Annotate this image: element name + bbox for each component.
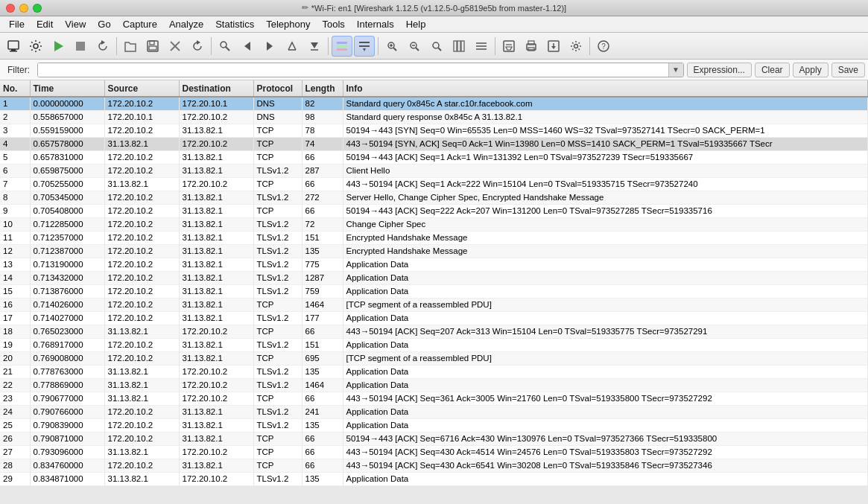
table-row[interactable]: 110.712357000172.20.10.231.13.82.1TLSv1.… bbox=[0, 231, 868, 244]
clear-filter-button[interactable]: Clear bbox=[755, 63, 790, 77]
menu-statistics[interactable]: Statistics bbox=[209, 17, 260, 31]
open-btn[interactable] bbox=[120, 36, 141, 57]
table-row[interactable]: 120.712387000172.20.10.231.13.82.1TLSv1.… bbox=[0, 244, 868, 258]
table-row[interactable]: 160.714026000172.20.10.231.13.82.1TCP146… bbox=[0, 298, 868, 311]
table-row[interactable]: 90.705408000172.20.10.231.13.82.1TCP6650… bbox=[0, 204, 868, 217]
print-btn[interactable] bbox=[521, 36, 542, 57]
cell-info: 50194→443 [ACK] Seq=6716 Ack=430 Win=130… bbox=[343, 432, 868, 445]
cell-time: 0.705255000 bbox=[30, 177, 104, 191]
cell-proto: TLSv1.2 bbox=[253, 284, 302, 298]
sep4 bbox=[378, 37, 378, 55]
zoom-in-btn[interactable] bbox=[381, 36, 402, 57]
options-btn[interactable] bbox=[25, 36, 46, 57]
menu-capture[interactable]: Capture bbox=[117, 17, 163, 31]
menu-help[interactable]: Help bbox=[400, 17, 432, 31]
table-row[interactable]: 280.834760000172.20.10.231.13.82.1TCP664… bbox=[0, 459, 868, 472]
menu-telephony[interactable]: Telephony bbox=[260, 17, 316, 31]
goto-btn[interactable] bbox=[282, 36, 302, 57]
table-row[interactable]: 150.713876000172.20.10.231.13.82.1TLSv1.… bbox=[0, 284, 868, 298]
table-row[interactable]: 50.657831000172.20.10.231.13.82.1TCP6650… bbox=[0, 150, 868, 164]
filter-dropdown-btn[interactable]: ▼ bbox=[668, 63, 683, 77]
minimize-button[interactable] bbox=[19, 4, 28, 13]
table-row[interactable]: 200.769008000172.20.10.231.13.82.1TCP695… bbox=[0, 351, 868, 365]
menu-file[interactable]: File bbox=[3, 17, 31, 31]
reload-btn[interactable] bbox=[187, 36, 208, 57]
col-header-time[interactable]: Time bbox=[30, 80, 104, 97]
col-header-proto[interactable]: Protocol bbox=[253, 80, 302, 97]
table-row[interactable]: 240.790766000172.20.10.231.13.82.1TLSv1.… bbox=[0, 405, 868, 418]
sep5 bbox=[495, 37, 495, 55]
table-row[interactable]: 250.790839000172.20.10.231.13.82.1TLSv1.… bbox=[0, 418, 868, 432]
col-header-dst[interactable]: Destination bbox=[179, 80, 253, 97]
scroll-end-btn[interactable] bbox=[304, 36, 325, 57]
start-capture-btn[interactable] bbox=[48, 36, 69, 57]
resize-col-btn[interactable] bbox=[449, 36, 469, 57]
maximize-button[interactable] bbox=[33, 4, 42, 13]
svg-marker-49 bbox=[551, 46, 556, 49]
menu-view[interactable]: View bbox=[59, 17, 92, 31]
table-row[interactable]: 140.713432000172.20.10.231.13.82.1TLSv1.… bbox=[0, 271, 868, 284]
table-row[interactable]: 210.77876300031.13.82.1172.20.10.2TLSv1.… bbox=[0, 365, 868, 378]
restart-capture-btn[interactable] bbox=[92, 36, 113, 57]
col-header-src[interactable]: Source bbox=[104, 80, 179, 97]
table-row[interactable]: 80.705345000172.20.10.231.13.82.1TLSv1.2… bbox=[0, 191, 868, 204]
help-btn[interactable]: ? bbox=[593, 36, 614, 57]
table-row[interactable]: 170.714027000172.20.10.231.13.82.1TLSv1.… bbox=[0, 311, 868, 325]
table-row[interactable]: 190.768917000172.20.10.231.13.82.1TLSv1.… bbox=[0, 338, 868, 351]
cell-proto: TCP bbox=[253, 351, 302, 365]
menu-go[interactable]: Go bbox=[92, 17, 116, 31]
expression-button[interactable]: Expression... bbox=[687, 63, 752, 77]
table-row[interactable]: 220.77886900031.13.82.1172.20.10.2TLSv1.… bbox=[0, 378, 868, 392]
table-row[interactable]: 180.76502300031.13.82.1172.20.10.2TCP664… bbox=[0, 325, 868, 338]
cell-proto: TLSv1.2 bbox=[253, 418, 302, 432]
preferences-btn[interactable] bbox=[566, 36, 586, 57]
auto-scroll-btn[interactable] bbox=[354, 36, 375, 57]
table-row[interactable]: 40.65757800031.13.82.1172.20.10.2TCP7444… bbox=[0, 137, 868, 150]
cell-no: 25 bbox=[0, 418, 30, 432]
interfaces-btn[interactable] bbox=[3, 36, 24, 57]
table-row[interactable]: 260.790871000172.20.10.231.13.82.1TCP665… bbox=[0, 432, 868, 445]
prev-btn[interactable] bbox=[237, 36, 258, 57]
close-button[interactable] bbox=[6, 4, 15, 13]
table-row[interactable]: 30.559159000172.20.10.231.13.82.1TCP7850… bbox=[0, 124, 868, 137]
cell-info: Application Data bbox=[343, 311, 868, 325]
table-row[interactable]: 230.79067700031.13.82.1172.20.10.2TCP664… bbox=[0, 392, 868, 405]
stop-capture-btn[interactable] bbox=[70, 36, 91, 57]
filter-input[interactable] bbox=[38, 63, 668, 77]
table-row[interactable]: 130.713190000172.20.10.231.13.82.1TLSv1.… bbox=[0, 258, 868, 271]
table-row[interactable]: 10.000000000172.20.10.2172.20.10.1DNS82S… bbox=[0, 97, 868, 110]
packet-export-btn[interactable] bbox=[543, 36, 564, 57]
menu-internals[interactable]: Internals bbox=[351, 17, 400, 31]
close-capture-btn[interactable] bbox=[165, 36, 186, 57]
normal-size-btn[interactable] bbox=[426, 36, 447, 57]
cell-dst: 172.20.10.2 bbox=[179, 445, 253, 459]
cell-time: 0.790871000 bbox=[30, 432, 104, 445]
col-header-len[interactable]: Length bbox=[302, 80, 343, 97]
table-row[interactable]: 20.558657000172.20.10.1172.20.10.2DNS98S… bbox=[0, 110, 868, 124]
apply-filter-button[interactable]: Apply bbox=[793, 63, 829, 77]
table-row[interactable]: 70.70525500031.13.82.1172.20.10.2TCP6644… bbox=[0, 177, 868, 191]
save-filter-button[interactable]: Save bbox=[831, 63, 865, 77]
capture-filter-btn[interactable] bbox=[498, 36, 519, 57]
col-header-no[interactable]: No. bbox=[0, 80, 30, 97]
col-header-info[interactable]: Info bbox=[343, 80, 868, 97]
filter-input-wrap[interactable]: ▼ bbox=[37, 63, 684, 77]
zoom-out-btn[interactable] bbox=[404, 36, 425, 57]
svg-marker-6 bbox=[101, 40, 105, 45]
cell-info: Standard query 0x845c A star.c10r.facebo… bbox=[343, 97, 868, 110]
table-row[interactable]: 60.659875000172.20.10.231.13.82.1TLSv1.2… bbox=[0, 164, 868, 177]
find-packet-btn[interactable] bbox=[215, 36, 235, 57]
cell-proto: TCP bbox=[253, 325, 302, 338]
menu-tools[interactable]: Tools bbox=[316, 17, 350, 31]
colorize-btn[interactable] bbox=[332, 36, 352, 57]
resize-col2-btn[interactable] bbox=[471, 36, 492, 57]
menu-edit[interactable]: Edit bbox=[31, 17, 59, 31]
menu-analyze[interactable]: Analyze bbox=[163, 17, 209, 31]
sep2 bbox=[211, 37, 212, 55]
next-btn[interactable] bbox=[259, 36, 280, 57]
packet-table[interactable]: No. Time Source Destination Protocol Len… bbox=[0, 80, 868, 504]
table-row[interactable]: 270.79309600031.13.82.1172.20.10.2TCP664… bbox=[0, 445, 868, 459]
table-row[interactable]: 290.83487100031.13.82.1172.20.10.2TLSv1.… bbox=[0, 472, 868, 485]
table-row[interactable]: 100.712285000172.20.10.231.13.82.1TLSv1.… bbox=[0, 217, 868, 231]
save-btn[interactable] bbox=[142, 36, 163, 57]
